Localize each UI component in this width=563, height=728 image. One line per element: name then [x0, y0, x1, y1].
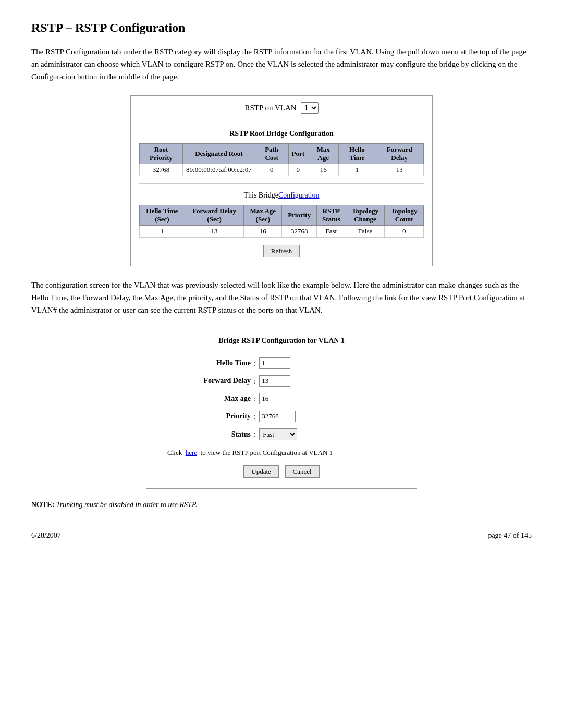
configuration-link[interactable]: Configuration: [278, 191, 320, 199]
refresh-row: Refresh: [139, 245, 424, 257]
root-bridge-table: Root Priority Designated Root Path Cost …: [139, 143, 424, 176]
hello-time-label: Hello Time: [178, 359, 251, 367]
cancel-button[interactable]: Cancel: [285, 465, 320, 478]
bridge-priority: 32768: [282, 226, 317, 238]
status-label: Status: [178, 430, 251, 439]
footer: 6/28/2007 page 47 of 145: [31, 532, 532, 540]
this-bridge-header: This BridgeConfiguration: [139, 191, 424, 200]
col-max-age: Max Age: [308, 144, 339, 164]
note-text: NOTE: Trunking must be disabled in order…: [31, 499, 532, 511]
bridge-table: Hello Time(Sec) Forward Delay(Sec) Max A…: [139, 205, 424, 238]
intro-paragraph: The RSTP Configuration tab under the RST…: [31, 45, 532, 83]
port-value: 0: [288, 164, 308, 176]
click-prefix: Click: [167, 449, 182, 456]
priority-input[interactable]: [259, 411, 296, 422]
forward-delay-label: Forward Delay: [178, 377, 251, 385]
note-italic: Trunking must be disabled in order to us…: [56, 501, 197, 509]
bridge-topology-count: 0: [385, 226, 424, 238]
max-age-label: Max age: [178, 394, 251, 403]
status-row: Status : Fast Slow Disabled: [157, 428, 406, 440]
status-select[interactable]: Fast Slow Disabled: [259, 428, 297, 440]
here-link[interactable]: here: [186, 449, 197, 456]
bridge-max-age: 16: [244, 226, 282, 238]
col-max-age-sec: Max Age(Sec): [244, 205, 282, 226]
col-priority: Priority: [282, 205, 317, 226]
footer-page: page 47 of 145: [488, 532, 532, 540]
bridge-data-row: 1 13 16 32768 Fast False 0: [140, 226, 424, 238]
bridge-config-panel: Bridge RSTP Configuration for VLAN 1 Hel…: [146, 329, 417, 489]
col-hello-time-sec: Hello Time(Sec): [140, 205, 185, 226]
footer-date: 6/28/2007: [31, 532, 61, 540]
hello-time-value: 1: [339, 164, 375, 176]
priority-label: Priority: [178, 412, 251, 421]
this-bridge-label: This Bridge: [243, 191, 278, 199]
col-topology-change: TopologyChange: [346, 205, 385, 226]
root-bridge-row: 32768 80:00:00:07:af:00:c2:07 0 0 16 1 1…: [140, 164, 424, 176]
bridge-topology-change: False: [346, 226, 385, 238]
vlan-title-row: RSTP on VLAN 1: [139, 102, 424, 114]
click-here-row: Click here to view the RSTP port Configu…: [167, 449, 406, 457]
forward-delay-row: Forward Delay :: [157, 375, 406, 387]
divider-2: [139, 183, 424, 184]
col-rstp-status: RSTPStatus: [317, 205, 346, 226]
col-path-cost: Path Cost: [255, 144, 288, 164]
hello-time-colon: :: [254, 359, 256, 368]
bridge-rstp-status: Fast: [317, 226, 346, 238]
root-priority-value: 32768: [140, 164, 183, 176]
rstp-vlan-panel: RSTP on VLAN 1 RSTP Root Bridge Configur…: [130, 95, 433, 266]
vlan-select[interactable]: 1: [301, 102, 319, 114]
col-root-priority: Root Priority: [140, 144, 183, 164]
root-bridge-section-header: RSTP Root Bridge Configuration: [139, 130, 424, 138]
forward-delay-input[interactable]: [259, 375, 290, 387]
bridge-config-title: Bridge RSTP Configuration for VLAN 1: [157, 337, 406, 345]
col-topology-count: TopologyCount: [385, 205, 424, 226]
click-suffix: to view the RSTP port Configuration at V…: [201, 449, 333, 456]
refresh-button[interactable]: Refresh: [263, 245, 300, 257]
status-colon: :: [254, 430, 256, 439]
bridge-forward-delay: 13: [185, 226, 244, 238]
bridge-hello-time: 1: [140, 226, 185, 238]
forward-delay-colon: :: [254, 377, 256, 386]
path-cost-value: 0: [255, 164, 288, 176]
form-buttons: Update Cancel: [157, 465, 406, 478]
priority-colon: :: [254, 412, 256, 421]
max-age-value: 16: [308, 164, 339, 176]
max-age-row: Max age :: [157, 393, 406, 404]
mid-paragraph: The configuration screen for the VLAN th…: [31, 279, 532, 316]
rstp-on-vlan-label: RSTP on VLAN: [244, 104, 296, 113]
note-bold: NOTE:: [31, 501, 54, 509]
col-port: Port: [288, 144, 308, 164]
designated-root-value: 80:00:00:07:af:00:c2:07: [183, 164, 255, 176]
col-forward-delay-sec: Forward Delay(Sec): [185, 205, 244, 226]
hello-time-row: Hello Time :: [157, 357, 406, 369]
forward-delay-value: 13: [375, 164, 424, 176]
hello-time-input[interactable]: [259, 357, 290, 369]
max-age-input[interactable]: [259, 393, 290, 404]
page-title: RSTP – RSTP Configuration: [31, 21, 532, 35]
col-designated-root: Designated Root: [183, 144, 255, 164]
max-age-colon: :: [254, 394, 256, 403]
col-forward-delay: Forward Delay: [375, 144, 424, 164]
col-hello-time: Hello Time: [339, 144, 375, 164]
priority-row: Priority :: [157, 411, 406, 422]
divider-1: [139, 122, 424, 122]
update-button[interactable]: Update: [243, 465, 279, 478]
